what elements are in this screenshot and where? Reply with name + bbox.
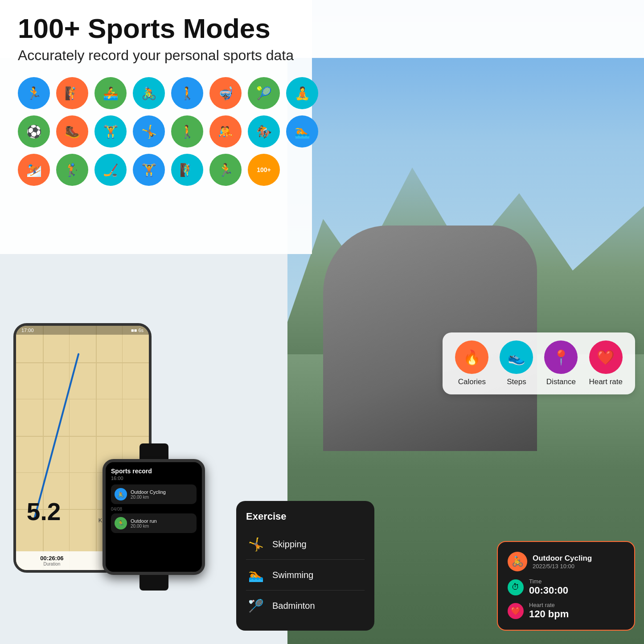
sport-gymnastics-icon: 🤸 — [133, 115, 165, 148]
page-subtitle: Accurately record your personal sports d… — [18, 47, 626, 64]
sport-surfing-icon: 🤿 — [209, 77, 242, 109]
sports-row-3: ⛷️ 🏌️ 🏒 🏋️ 🧗 🏃 100+ — [18, 154, 285, 186]
sports-row-2: ⚽ 🥾 🏋️ 🤸 🚶 🤼 🏇 🏊 — [18, 115, 285, 148]
sport-hiking-icon: 🥾 — [56, 115, 88, 148]
distance-label: Distance — [546, 377, 576, 386]
swimming-label: Swimming — [272, 570, 313, 580]
phone-duration-label: Duration — [40, 562, 63, 566]
steps-icon: 👟 — [500, 340, 533, 374]
exercise-item-skipping[interactable]: 🤸 Skipping — [246, 529, 365, 560]
watch-entry-2-name: Outdoor run — [131, 518, 157, 524]
sport-hockey-icon: 🏒 — [94, 154, 127, 186]
watch-screen-time: 16:00 — [111, 476, 197, 481]
watch-entry-2-date: 04/08 — [111, 507, 197, 512]
sport-weightlift-icon: 🏋️ — [133, 154, 165, 186]
sport-sprint-icon: 🏃 — [209, 154, 242, 186]
watch-entry-1-name: Outdoor Cycling — [131, 489, 166, 495]
metric-calories: 🔥 Calories — [455, 340, 488, 386]
watch-entry-1-dist: 20.00 km — [131, 495, 166, 500]
watch-title: Sports record — [111, 468, 197, 475]
watch-entry-2-icon: 🏃 — [115, 517, 127, 529]
sport-walking-icon: 🚶 — [171, 77, 203, 109]
cycling-heartrate-icon: ❤️ — [508, 603, 524, 619]
sport-swim-icon: 🏊 — [286, 115, 318, 148]
sports-icons-grid: 🏃 🧗 🚣 🚴 🚶 🤿 🎾 🧘 ⚽ 🥾 🏋️ 🤸 🚶 🤼 🏇 🏊 ⛷️ 🏌️ 🏒 — [0, 68, 303, 195]
page-title: 100+ Sports Modes — [18, 13, 626, 44]
skipping-icon: 🤸 — [246, 534, 266, 554]
sport-wrestling-icon: 🤼 — [209, 115, 242, 148]
exercise-panel: Exercise 🤸 Skipping 🏊 Swimming 🏸 Badmint… — [236, 501, 374, 631]
exercise-title: Exercise — [246, 511, 365, 522]
metrics-panel: 🔥 Calories 👟 Steps 📍 Distance ❤️ Heart r… — [443, 332, 635, 394]
metric-heartrate: ❤️ Heart rate — [589, 340, 623, 386]
calories-icon: 🔥 — [455, 340, 488, 374]
watch-entry-1-icon: 🚴 — [115, 488, 127, 500]
phone-duration-value: 00:26:06 — [40, 555, 63, 562]
watch-entry-1: 🚴 Outdoor Cycling 20.00 km — [111, 484, 197, 504]
calories-label: Calories — [458, 377, 486, 386]
cycling-panel-icon: 🚴 — [508, 552, 527, 571]
cycling-panel-title: Outdoor Cycling — [533, 554, 592, 563]
metric-distance: 📍 Distance — [544, 340, 578, 386]
cycling-time-icon: ⏱ — [508, 579, 524, 595]
cycling-title-group: Outdoor Cycling 2022/5/13 10:00 — [533, 554, 592, 570]
phone-time: 17:00 — [21, 328, 34, 333]
cycling-time-value: 00:30:00 — [529, 585, 568, 596]
header-section: 100+ Sports Modes Accurately record your… — [0, 0, 644, 68]
sport-rowing-icon: 🚣 — [94, 77, 127, 109]
phone-duration-stat: 00:26:06 Duration — [40, 555, 63, 566]
watch-entry-1-info: Outdoor Cycling 20.00 km — [131, 489, 166, 500]
watch-entry-2-dist: 20.00 km — [131, 524, 157, 529]
badminton-icon: 🏸 — [246, 596, 266, 615]
watch-mockup: Sports record 16:00 🚴 Outdoor Cycling 20… — [103, 443, 205, 591]
sport-horse-icon: 🏇 — [248, 115, 280, 148]
distance-icon: 📍 — [544, 340, 578, 374]
sport-more-icon: 100+ — [248, 154, 280, 186]
badminton-label: Badminton — [272, 601, 315, 611]
watch-entry-2: 🏃 Outdoor run 20.00 km — [111, 513, 197, 533]
sport-skiing-icon: ⛷️ — [18, 154, 50, 186]
sport-football-icon: ⚽ — [18, 115, 50, 148]
cycling-heartrate-label: Heart rate — [529, 602, 569, 608]
exercise-item-badminton[interactable]: 🏸 Badminton — [246, 591, 365, 621]
sports-row-1: 🏃 🧗 🚣 🚴 🚶 🤿 🎾 🧘 — [18, 77, 285, 109]
phone-battery: ■■ 6s — [131, 328, 144, 333]
watch-strap-top — [139, 443, 168, 459]
sport-climbing-icon: 🧗 — [56, 77, 88, 109]
sport-golf-icon: 🏌️ — [56, 154, 88, 186]
steps-label: Steps — [507, 377, 526, 386]
skipping-label: Skipping — [272, 539, 307, 550]
cycling-heartrate-stat: ❤️ Heart rate 120 bpm — [508, 602, 624, 620]
watch-strap-bottom — [139, 575, 168, 591]
sport-running-icon: 🏃 — [18, 77, 50, 109]
watch-screen: Sports record 16:00 🚴 Outdoor Cycling 20… — [106, 462, 202, 572]
watch-case: Sports record 16:00 🚴 Outdoor Cycling 20… — [103, 459, 205, 575]
cycling-panel-header: 🚴 Outdoor Cycling 2022/5/13 10:00 — [508, 552, 624, 571]
phone-status-bar: 17:00 ■■ 6s — [16, 326, 149, 335]
watch-entry-2-info: Outdoor run 20.00 km — [131, 518, 157, 529]
sport-gym-icon: 🏋️ — [94, 115, 127, 148]
swimming-icon: 🏊 — [246, 565, 266, 585]
sport-yoga-icon: 🧘 — [286, 77, 318, 109]
metric-steps: 👟 Steps — [500, 340, 533, 386]
sport-cycling-icon: 🚴 — [133, 77, 165, 109]
phone-distance-number: 5.2 — [27, 497, 61, 526]
sport-climb2-icon: 🧗 — [171, 154, 203, 186]
heartrate-label: Heart rate — [589, 377, 623, 386]
sport-tennis-icon: 🎾 — [248, 77, 280, 109]
cycling-time-stat: ⏱ Time 00:30:00 — [508, 578, 624, 596]
exercise-item-swimming[interactable]: 🏊 Swimming — [246, 560, 365, 591]
sport-walk2-icon: 🚶 — [171, 115, 203, 148]
cycling-heartrate-value: 120 bpm — [529, 608, 569, 620]
cycling-panel-date: 2022/5/13 10:00 — [533, 563, 592, 570]
cycling-time-info: Time 00:30:00 — [529, 578, 568, 596]
heartrate-icon: ❤️ — [589, 340, 623, 374]
cycling-panel: 🚴 Outdoor Cycling 2022/5/13 10:00 ⏱ Time… — [497, 541, 635, 631]
cycling-time-label: Time — [529, 578, 568, 585]
cycling-heartrate-info: Heart rate 120 bpm — [529, 602, 569, 620]
